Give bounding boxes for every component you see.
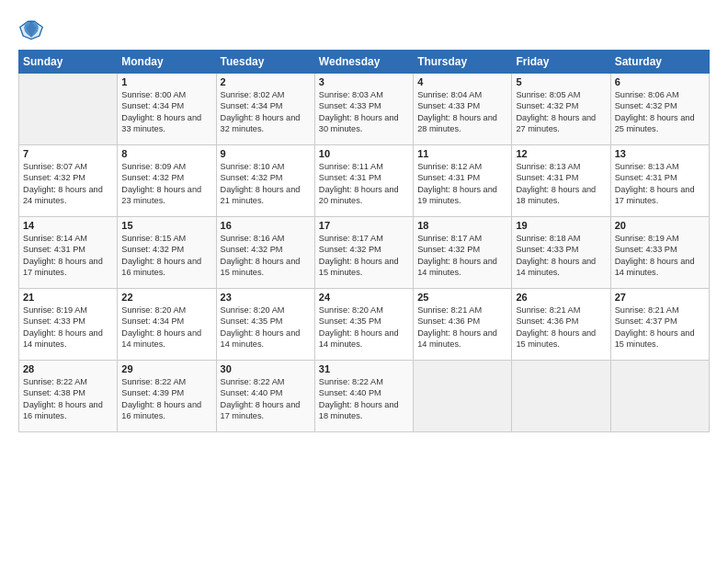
sunrise-text: Sunrise: 8:13 AM xyxy=(615,162,679,171)
day-number: 6 xyxy=(615,76,705,87)
sunrise-text: Sunrise: 8:10 AM xyxy=(221,162,285,171)
daylight-text: Daylight: 8 hours and 14 minutes. xyxy=(417,328,497,349)
daylight-text: Daylight: 8 hours and 18 minutes. xyxy=(516,185,596,205)
calendar-week-row: 14 Sunrise: 8:14 AM Sunset: 4:31 PM Dayl… xyxy=(19,217,710,289)
sunset-text: Sunset: 4:35 PM xyxy=(319,316,381,326)
daylight-text: Daylight: 8 hours and 14 minutes. xyxy=(23,328,103,349)
calendar-cell: 16 Sunrise: 8:16 AM Sunset: 4:32 PM Dayl… xyxy=(216,217,314,289)
day-number: 21 xyxy=(23,292,113,303)
logo-icon xyxy=(18,17,44,42)
calendar-cell xyxy=(19,74,118,145)
sunrise-text: Sunrise: 8:19 AM xyxy=(615,234,679,243)
daylight-text: Daylight: 8 hours and 33 minutes. xyxy=(121,113,201,133)
cell-text: Sunrise: 8:16 AM Sunset: 4:32 PM Dayligh… xyxy=(221,233,311,279)
sunrise-text: Sunrise: 8:20 AM xyxy=(319,305,383,315)
cell-text: Sunrise: 8:20 AM Sunset: 4:34 PM Dayligh… xyxy=(121,304,211,350)
daylight-text: Daylight: 8 hours and 17 minutes. xyxy=(23,257,103,277)
sunset-text: Sunset: 4:32 PM xyxy=(319,245,381,254)
day-number: 29 xyxy=(121,363,211,374)
calendar-cell: 18 Sunrise: 8:17 AM Sunset: 4:32 PM Dayl… xyxy=(414,217,512,289)
sunrise-text: Sunrise: 8:12 AM xyxy=(417,162,482,171)
daylight-text: Daylight: 8 hours and 14 minutes. xyxy=(516,257,596,277)
daylight-text: Daylight: 8 hours and 23 minutes. xyxy=(121,185,201,205)
calendar-cell: 17 Sunrise: 8:17 AM Sunset: 4:32 PM Dayl… xyxy=(314,217,413,289)
cell-text: Sunrise: 8:02 AM Sunset: 4:34 PM Dayligh… xyxy=(221,89,311,135)
calendar-cell: 23 Sunrise: 8:20 AM Sunset: 4:35 PM Dayl… xyxy=(216,289,314,361)
cell-text: Sunrise: 8:10 AM Sunset: 4:32 PM Dayligh… xyxy=(221,161,311,207)
cell-text: Sunrise: 8:22 AM Sunset: 4:38 PM Dayligh… xyxy=(23,376,113,422)
cell-text: Sunrise: 8:17 AM Sunset: 4:32 PM Dayligh… xyxy=(417,233,507,279)
daylight-text: Daylight: 8 hours and 16 minutes. xyxy=(23,400,103,420)
day-number: 8 xyxy=(121,148,211,159)
sunset-text: Sunset: 4:32 PM xyxy=(615,101,677,110)
daylight-text: Daylight: 8 hours and 30 minutes. xyxy=(319,113,399,133)
weekday-header-cell: Wednesday xyxy=(314,51,413,74)
cell-text: Sunrise: 8:13 AM Sunset: 4:31 PM Dayligh… xyxy=(516,161,606,207)
day-number: 30 xyxy=(221,363,311,374)
weekday-header-row: SundayMondayTuesdayWednesdayThursdayFrid… xyxy=(19,51,710,74)
sunset-text: Sunset: 4:34 PM xyxy=(121,101,184,110)
sunset-text: Sunset: 4:40 PM xyxy=(221,388,283,397)
day-number: 14 xyxy=(23,220,113,231)
sunrise-text: Sunrise: 8:17 AM xyxy=(319,234,383,243)
weekday-header-cell: Monday xyxy=(118,51,216,74)
weekday-header-cell: Saturday xyxy=(610,51,709,74)
sunset-text: Sunset: 4:32 PM xyxy=(221,245,283,254)
calendar-cell: 13 Sunrise: 8:13 AM Sunset: 4:31 PM Dayl… xyxy=(610,145,709,217)
cell-text: Sunrise: 8:19 AM Sunset: 4:33 PM Dayligh… xyxy=(615,233,705,279)
sunset-text: Sunset: 4:33 PM xyxy=(417,101,480,110)
calendar-week-row: 21 Sunrise: 8:19 AM Sunset: 4:33 PM Dayl… xyxy=(19,289,710,361)
sunrise-text: Sunrise: 8:19 AM xyxy=(23,305,87,315)
daylight-text: Daylight: 8 hours and 14 minutes. xyxy=(221,328,301,349)
sunrise-text: Sunrise: 8:21 AM xyxy=(516,305,580,315)
sunset-text: Sunset: 4:31 PM xyxy=(615,173,677,182)
sunset-text: Sunset: 4:39 PM xyxy=(121,388,184,397)
day-number: 12 xyxy=(516,148,606,159)
sunrise-text: Sunrise: 8:05 AM xyxy=(516,90,580,99)
daylight-text: Daylight: 8 hours and 15 minutes. xyxy=(516,328,596,349)
calendar-cell: 7 Sunrise: 8:07 AM Sunset: 4:32 PM Dayli… xyxy=(19,145,118,217)
sunset-text: Sunset: 4:33 PM xyxy=(615,245,677,254)
cell-text: Sunrise: 8:00 AM Sunset: 4:34 PM Dayligh… xyxy=(121,89,211,135)
day-number: 28 xyxy=(23,363,113,374)
calendar-table: SundayMondayTuesdayWednesdayThursdayFrid… xyxy=(18,50,710,432)
sunset-text: Sunset: 4:32 PM xyxy=(121,245,184,254)
cell-text: Sunrise: 8:20 AM Sunset: 4:35 PM Dayligh… xyxy=(319,304,409,350)
sunrise-text: Sunrise: 8:22 AM xyxy=(319,377,383,386)
cell-text: Sunrise: 8:21 AM Sunset: 4:37 PM Dayligh… xyxy=(615,304,705,350)
cell-text: Sunrise: 8:06 AM Sunset: 4:32 PM Dayligh… xyxy=(615,89,705,135)
sunset-text: Sunset: 4:38 PM xyxy=(23,388,85,397)
sunset-text: Sunset: 4:31 PM xyxy=(23,245,85,254)
calendar-cell xyxy=(512,361,610,432)
sunrise-text: Sunrise: 8:14 AM xyxy=(23,234,87,243)
day-number: 17 xyxy=(319,220,409,231)
calendar-cell: 14 Sunrise: 8:14 AM Sunset: 4:31 PM Dayl… xyxy=(19,217,118,289)
day-number: 5 xyxy=(516,76,606,87)
cell-text: Sunrise: 8:03 AM Sunset: 4:33 PM Dayligh… xyxy=(319,89,409,135)
daylight-text: Daylight: 8 hours and 16 minutes. xyxy=(121,400,201,420)
day-number: 18 xyxy=(417,220,507,231)
sunrise-text: Sunrise: 8:21 AM xyxy=(615,305,679,315)
sunset-text: Sunset: 4:34 PM xyxy=(121,316,184,326)
sunset-text: Sunset: 4:32 PM xyxy=(23,173,85,182)
cell-text: Sunrise: 8:22 AM Sunset: 4:39 PM Dayligh… xyxy=(121,376,211,422)
sunrise-text: Sunrise: 8:13 AM xyxy=(516,162,580,171)
cell-text: Sunrise: 8:04 AM Sunset: 4:33 PM Dayligh… xyxy=(417,89,507,135)
header xyxy=(18,17,710,42)
day-number: 2 xyxy=(221,76,311,87)
calendar-cell: 11 Sunrise: 8:12 AM Sunset: 4:31 PM Dayl… xyxy=(414,145,512,217)
calendar-cell: 5 Sunrise: 8:05 AM Sunset: 4:32 PM Dayli… xyxy=(512,74,610,145)
calendar-cell: 9 Sunrise: 8:10 AM Sunset: 4:32 PM Dayli… xyxy=(216,145,314,217)
sunset-text: Sunset: 4:33 PM xyxy=(23,316,85,326)
cell-text: Sunrise: 8:15 AM Sunset: 4:32 PM Dayligh… xyxy=(121,233,211,279)
weekday-header-cell: Thursday xyxy=(414,51,512,74)
calendar-cell: 6 Sunrise: 8:06 AM Sunset: 4:32 PM Dayli… xyxy=(610,74,709,145)
day-number: 9 xyxy=(221,148,311,159)
daylight-text: Daylight: 8 hours and 17 minutes. xyxy=(221,400,301,420)
sunrise-text: Sunrise: 8:22 AM xyxy=(121,377,186,386)
page: SundayMondayTuesdayWednesdayThursdayFrid… xyxy=(0,0,728,563)
calendar-week-row: 1 Sunrise: 8:00 AM Sunset: 4:34 PM Dayli… xyxy=(19,74,710,145)
sunset-text: Sunset: 4:32 PM xyxy=(121,173,184,182)
daylight-text: Daylight: 8 hours and 14 minutes. xyxy=(121,328,201,349)
daylight-text: Daylight: 8 hours and 19 minutes. xyxy=(417,185,497,205)
